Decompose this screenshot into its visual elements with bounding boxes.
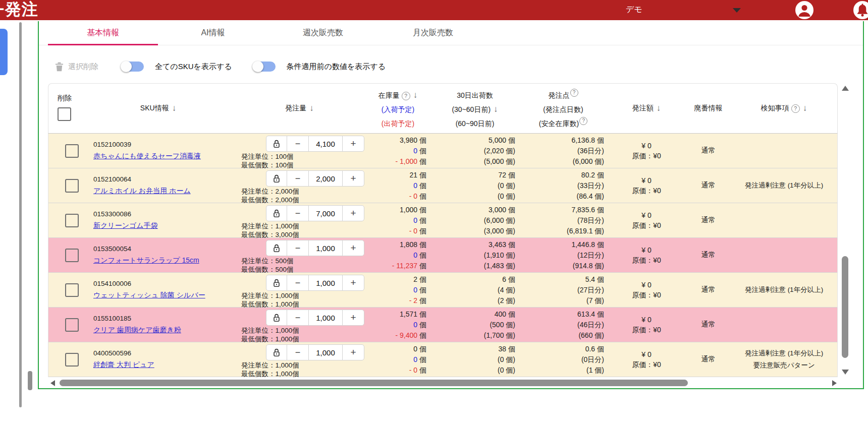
help-icon[interactable]: ? — [579, 117, 587, 125]
decrement-button[interactable]: − — [287, 170, 309, 187]
increment-button[interactable]: + — [342, 136, 364, 152]
table-horizontal-scrollbar[interactable] — [49, 378, 838, 388]
row-checkbox[interactable] — [65, 318, 79, 332]
ship-30-60d-value: (2,020 個) — [429, 146, 515, 156]
decrement-button[interactable]: − — [287, 240, 309, 256]
sku-cell: 0155100185 クリア 歯周病ケア歯磨き粉 — [84, 308, 233, 342]
decrement-button[interactable]: − — [287, 310, 309, 326]
reorder-days-label: (発注点日数) — [543, 102, 583, 116]
sort-down-icon[interactable]: ↓ — [172, 103, 177, 113]
outer-scrollbar[interactable] — [19, 22, 22, 407]
sku-column-header[interactable]: SKU情報 ↓ — [84, 84, 233, 133]
notification-bell[interactable] — [853, 1, 868, 19]
order-qty-column-header[interactable]: 発注量 ↓ — [233, 84, 366, 133]
qty-value[interactable]: 1,000 — [308, 344, 343, 360]
shipment-cell: 400 個 (500 個) (1,700 個) — [429, 308, 520, 342]
row-checkbox[interactable] — [65, 353, 79, 367]
row-checkbox[interactable] — [65, 179, 79, 193]
sort-down-icon[interactable]: ↓ — [494, 104, 498, 114]
sort-down-icon[interactable]: ↓ — [413, 90, 418, 100]
sort-down-icon[interactable]: ↓ — [803, 103, 807, 113]
lock-button[interactable] — [266, 310, 287, 326]
lock-button[interactable] — [266, 240, 287, 256]
point-header-line1: 発注点? — [549, 88, 578, 102]
ship-60-90d-value: (0 個) — [429, 365, 515, 376]
alerts-column-header[interactable]: 検知事項? ↓ — [730, 84, 838, 133]
alert-text: 発注過剰注意 (1年分以上) — [745, 347, 823, 359]
table-row: 0400500596 絆創膏 大判 ピュア − 1,000 + 発注単位：1,0… — [48, 342, 837, 377]
increment-button[interactable]: + — [342, 344, 364, 360]
sku-name-link[interactable]: 絆創膏 大判 ピュア — [93, 360, 154, 370]
qty-value[interactable]: 1,000 — [308, 275, 343, 291]
scroll-left-arrow[interactable] — [50, 380, 55, 386]
row-checkbox[interactable] — [65, 283, 79, 297]
stock-header-line1: 在庫量?↓ — [378, 88, 418, 102]
scroll-right-arrow[interactable] — [832, 380, 837, 386]
help-icon[interactable]: ? — [570, 89, 578, 97]
table-row: 0154100006 ウェットティッシュ 除菌 シルバー − 1,000 + 発… — [48, 273, 837, 308]
stock-inbound: 0 個 — [366, 250, 426, 261]
help-icon[interactable]: ? — [402, 92, 410, 100]
qty-value[interactable]: 2,000 — [308, 170, 343, 187]
qty-value[interactable]: 1,000 — [308, 240, 343, 256]
ship-60-90d-value: (1,483 個) — [429, 261, 515, 271]
stock-outbound: - 0 個 — [366, 191, 426, 202]
lock-button[interactable] — [266, 344, 287, 360]
sort-down-icon[interactable]: ↓ — [309, 103, 314, 113]
sku-name-link[interactable]: ウェットティッシュ 除菌 シルバー — [93, 291, 205, 300]
outer-scrollbar-thumb[interactable] — [28, 371, 32, 390]
increment-button[interactable]: + — [342, 310, 364, 326]
sku-name-link[interactable]: コンフォートサランラップ 15cm — [93, 256, 199, 265]
lock-button[interactable] — [266, 275, 287, 291]
decrement-button[interactable]: − — [287, 205, 309, 221]
help-icon[interactable]: ? — [791, 104, 800, 113]
decrement-button[interactable]: − — [287, 136, 309, 152]
decrement-button[interactable]: − — [287, 344, 309, 360]
sku-name-link[interactable]: アルミホイル お弁当用 ホーム — [93, 187, 191, 196]
user-avatar[interactable] — [795, 1, 813, 19]
table-vertical-scrollbar[interactable] — [839, 83, 851, 377]
lock-button[interactable] — [266, 170, 287, 187]
tab-ai-info[interactable]: AI情報 — [158, 21, 268, 45]
horizontal-scrollbar-thumb[interactable] — [60, 380, 688, 386]
chevron-down-icon[interactable] — [733, 8, 741, 13]
decrement-button[interactable]: − — [287, 275, 309, 291]
sidebar-active-indicator[interactable] — [0, 29, 8, 75]
pre-condition-values-toggle[interactable] — [253, 62, 276, 72]
tab-label: 月次販売数 — [413, 28, 453, 38]
tab-weekly-sales[interactable]: 週次販売数 — [268, 21, 378, 45]
increment-button[interactable]: + — [342, 170, 364, 187]
lock-button[interactable] — [266, 205, 287, 221]
row-checkbox[interactable] — [65, 249, 79, 262]
increment-button[interactable]: + — [342, 205, 364, 221]
delete-selected-button[interactable]: 選択削除 — [48, 62, 98, 72]
show-all-sku-toggle[interactable] — [122, 62, 144, 72]
qty-value[interactable]: 1,000 — [308, 310, 343, 326]
vertical-scrollbar-thumb[interactable] — [842, 256, 848, 358]
sku-name-link[interactable]: 新クリーンゴム手袋 — [93, 221, 158, 230]
reorder-point-cell: 6,136.8 個 (36日分) (6,000 個) — [520, 134, 606, 168]
sku-name-link[interactable]: クリア 歯周病ケア歯磨き粉 — [93, 326, 181, 335]
order-qty-cell: − 1,000 + 発注単位：1,000個 最低個数：1,000個 — [233, 342, 366, 377]
sort-down-icon[interactable]: ↓ — [657, 103, 661, 113]
tab-basic-info[interactable]: 基本情報 — [48, 21, 158, 45]
reorder-point-days: (36日分) — [520, 146, 604, 156]
order-amount-column-header[interactable]: 発注額 ↓ — [606, 84, 687, 133]
alerts-cell: 発注過剰注意 (1年分以上) — [730, 273, 838, 307]
order-amount-cell: ¥ 0 原価：¥0 — [606, 134, 687, 168]
scroll-up-arrow[interactable] — [842, 86, 849, 91]
increment-button[interactable]: + — [342, 275, 364, 291]
tab-monthly-sales[interactable]: 月次販売数 — [378, 21, 488, 45]
sku-name-link[interactable]: 赤ちゃんにも使えるセーフ消毒液 — [93, 152, 201, 161]
shipment-cell: 3,463 個 (1,910 個) (1,483 個) — [429, 238, 520, 272]
lock-button[interactable] — [266, 136, 287, 152]
cost-price-value: 原価：¥0 — [632, 151, 661, 161]
select-all-checkbox[interactable] — [58, 107, 71, 121]
scroll-down-arrow[interactable] — [842, 370, 849, 375]
increment-button[interactable]: + — [342, 240, 364, 256]
environment-label: デモ — [626, 5, 642, 15]
row-checkbox[interactable] — [65, 214, 79, 227]
row-checkbox[interactable] — [65, 144, 79, 158]
qty-value[interactable]: 7,000 — [308, 205, 343, 221]
qty-value[interactable]: 4,100 — [308, 136, 343, 152]
